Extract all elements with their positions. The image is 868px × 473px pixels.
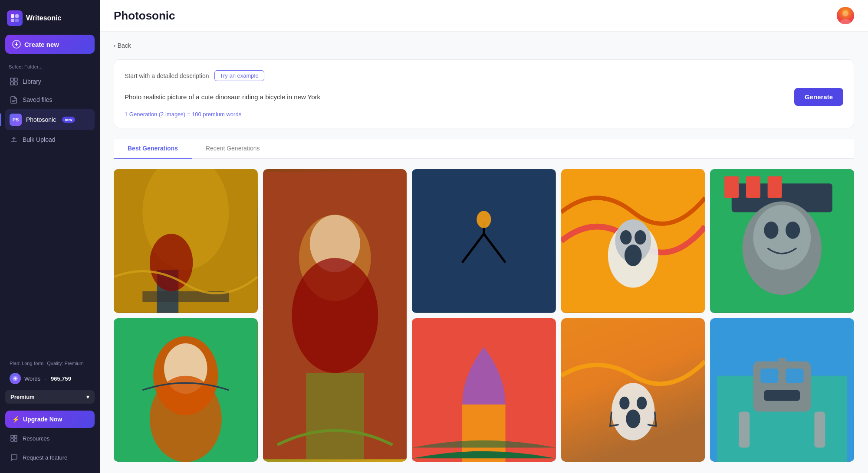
- svg-rect-70: [739, 411, 750, 447]
- sidebar-nav: Library Saved files PS Photosonic new: [5, 73, 95, 347]
- svg-rect-6: [10, 82, 13, 85]
- sidebar-item-resources[interactable]: Resources: [5, 430, 95, 447]
- back-link[interactable]: ‹ Back: [114, 42, 131, 49]
- words-icon: [10, 373, 21, 384]
- sidebar-item-photosonic[interactable]: PS Photosonic new: [5, 109, 95, 130]
- words-count: 965,759: [51, 375, 71, 382]
- resources-label: Resources: [23, 435, 49, 442]
- svg-rect-4: [10, 78, 13, 81]
- create-new-button[interactable]: + Create new: [5, 35, 95, 54]
- svg-point-61: [619, 396, 629, 409]
- tab-best-generations[interactable]: Best Generations: [114, 139, 192, 159]
- image-card-woman[interactable]: [114, 318, 258, 462]
- create-new-label: Create new: [24, 41, 59, 48]
- generate-button[interactable]: Generate: [794, 88, 843, 106]
- prompt-input-row: Generate: [125, 88, 843, 106]
- prompt-card: Start with a detailed description Try an…: [114, 59, 854, 128]
- main-content: Photosonic ‹ Back: [100, 0, 868, 473]
- description-label: Start with a detailed description: [125, 72, 209, 79]
- bulk-upload-label: Bulk Upload: [23, 136, 56, 143]
- image-cyclist: [412, 169, 556, 313]
- request-feature-label: Request a feature: [23, 454, 67, 461]
- svg-rect-71: [815, 411, 825, 447]
- svg-rect-66: [753, 361, 811, 411]
- plan-info: Plan: Long-form Quality: Premium: [5, 358, 95, 369]
- premium-dropdown[interactable]: Premium ▾: [5, 390, 95, 404]
- image-woman: [114, 318, 258, 462]
- cost-label: 1 Generation (2 images) = 100 premium wo…: [125, 111, 843, 117]
- svg-rect-73: [779, 358, 786, 365]
- sidebar-item-request-feature[interactable]: Request a feature: [5, 449, 95, 466]
- premium-label: Premium: [10, 394, 35, 400]
- image-cat: [710, 169, 854, 313]
- tab-recent-generations[interactable]: Recent Generations: [192, 139, 274, 159]
- library-icon: [10, 77, 18, 86]
- svg-rect-45: [768, 176, 782, 198]
- try-example-button[interactable]: Try an example: [214, 70, 264, 81]
- svg-rect-29: [412, 169, 556, 313]
- svg-rect-11: [11, 439, 13, 441]
- svg-point-34: [477, 211, 491, 228]
- svg-point-47: [753, 205, 811, 270]
- svg-rect-67: [760, 369, 778, 383]
- upgrade-now-button[interactable]: ⚡ Upgrade Now: [5, 411, 95, 428]
- image-card-scream2[interactable]: [561, 318, 705, 462]
- svg-point-39: [635, 230, 646, 245]
- sidebar: Writesonic + Create new Select Folder...…: [0, 0, 100, 473]
- sidebar-item-library[interactable]: Library: [5, 73, 95, 90]
- svg-point-54: [150, 375, 222, 462]
- image-mona: [263, 169, 407, 462]
- svg-rect-27: [306, 373, 364, 459]
- svg-point-14: [842, 10, 848, 16]
- image-robot: [710, 318, 854, 462]
- image-scream2: [561, 318, 705, 462]
- image-card-robot[interactable]: [710, 318, 854, 462]
- svg-point-63: [626, 409, 640, 428]
- image-vangogh: [114, 169, 258, 313]
- svg-point-49: [786, 222, 800, 239]
- prompt-header: Start with a detailed description Try an…: [125, 70, 843, 81]
- logo-text: Writesonic: [26, 14, 62, 22]
- sidebar-bottom: Plan: Long-form Quality: Premium Words ·…: [5, 351, 95, 466]
- image-card-tajmahal[interactable]: [412, 318, 556, 462]
- resources-icon: [10, 434, 18, 443]
- image-scream: [561, 169, 705, 313]
- image-card-mona[interactable]: [263, 169, 407, 462]
- svg-rect-69: [764, 390, 800, 401]
- words-row: Words · 965,759: [5, 370, 95, 387]
- words-label: Words: [24, 375, 40, 382]
- plan-label: Plan: Long-form: [10, 361, 43, 366]
- top-bar: Photosonic: [100, 0, 868, 32]
- svg-point-38: [620, 230, 632, 245]
- svg-rect-9: [11, 435, 13, 438]
- svg-point-62: [637, 396, 647, 409]
- back-link-label: Back: [118, 42, 131, 49]
- sidebar-item-saved-files[interactable]: Saved files: [5, 91, 95, 108]
- upgrade-label: Upgrade Now: [23, 416, 62, 423]
- svg-rect-1: [15, 14, 19, 18]
- sidebar-item-bulk-upload[interactable]: Bulk Upload: [5, 131, 95, 148]
- svg-point-48: [764, 222, 779, 239]
- svg-rect-44: [746, 176, 760, 198]
- image-grid: [114, 169, 854, 462]
- svg-rect-43: [725, 176, 739, 198]
- svg-rect-0: [11, 14, 14, 18]
- quality-label: Quality: Premium: [47, 361, 83, 366]
- back-arrow-icon: ‹: [114, 42, 116, 49]
- svg-rect-12: [14, 439, 17, 441]
- user-avatar[interactable]: [837, 7, 854, 24]
- image-card-cyclist[interactable]: [412, 169, 556, 313]
- image-tajmahal: [412, 318, 556, 462]
- plus-circle-icon: +: [12, 40, 21, 49]
- svg-rect-7: [14, 82, 17, 85]
- prompt-input[interactable]: [125, 93, 787, 101]
- chevron-down-icon: ▾: [86, 394, 89, 400]
- select-folder-label: Select Folder...: [5, 64, 95, 69]
- image-card-cat[interactable]: [710, 169, 854, 313]
- image-card-scream[interactable]: [561, 169, 705, 313]
- image-card-vangogh[interactable]: [114, 169, 258, 313]
- lightning-icon: ⚡: [12, 416, 20, 423]
- photosonic-icon: PS: [10, 114, 22, 126]
- writesonic-logo-icon: [7, 10, 23, 26]
- new-badge: new: [62, 117, 75, 123]
